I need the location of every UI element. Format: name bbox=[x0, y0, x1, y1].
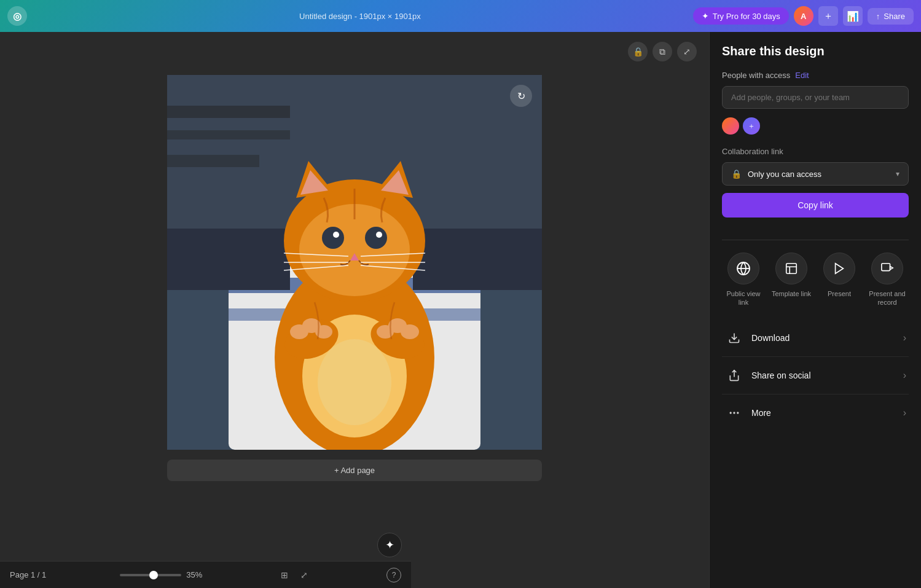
collab-label: Collaboration link bbox=[722, 147, 909, 156]
svg-marker-41 bbox=[836, 264, 844, 274]
more-row[interactable]: More › bbox=[722, 394, 909, 431]
design-canvas: ↻ bbox=[167, 75, 542, 450]
svg-point-38 bbox=[318, 339, 391, 425]
duplicate-canvas-button[interactable]: ⧉ bbox=[653, 42, 672, 61]
present-icon bbox=[823, 253, 855, 284]
share-panel-title: Share this design bbox=[722, 44, 909, 58]
lock-icon: 🔒 bbox=[731, 169, 742, 179]
cat-image bbox=[167, 75, 542, 450]
view-buttons: ⊞ ⤢ bbox=[276, 566, 313, 584]
collab-section: Collaboration link 🔒 Only you can access… bbox=[722, 147, 909, 230]
svg-point-45 bbox=[730, 412, 732, 414]
present-record-option[interactable]: Present and record bbox=[866, 253, 909, 307]
share-icon: ↑ bbox=[876, 12, 880, 21]
template-link-option[interactable]: Template link bbox=[770, 253, 813, 307]
copy-link-label: Copy link bbox=[798, 200, 833, 210]
more-row-left: More bbox=[724, 403, 771, 423]
add-people-button[interactable]: ＋ bbox=[743, 117, 760, 135]
download-chevron-icon: › bbox=[903, 332, 906, 343]
svg-rect-9 bbox=[167, 130, 290, 139]
access-dropdown[interactable]: 🔒 Only you can access ▾ bbox=[722, 162, 909, 186]
zoom-percentage: 35% bbox=[186, 570, 202, 579]
topbar: ◎ Untitled design - 1901px × 1901px ✦ Tr… bbox=[0, 0, 921, 32]
more-icon bbox=[724, 403, 744, 423]
download-row[interactable]: Download › bbox=[722, 319, 909, 356]
svg-point-37 bbox=[401, 324, 419, 339]
present-record-label: Present and record bbox=[866, 289, 909, 307]
public-view-link-icon bbox=[727, 253, 759, 284]
avatar-row: ＋ bbox=[722, 117, 909, 135]
copy-link-button[interactable]: Copy link bbox=[722, 193, 909, 218]
canvas-area: 🔒 ⧉ ⤢ bbox=[0, 32, 709, 588]
star-icon: ✦ bbox=[702, 11, 709, 21]
svg-point-46 bbox=[733, 412, 735, 414]
download-label: Download bbox=[751, 333, 790, 343]
topbar-right-actions: ✦ Try Pro for 30 days A ＋ 📊 ↑ Share bbox=[693, 6, 914, 26]
lock-canvas-button[interactable]: 🔒 bbox=[628, 42, 648, 61]
share-label: Share bbox=[884, 12, 905, 21]
fullscreen-button[interactable]: ⤢ bbox=[296, 566, 313, 584]
public-view-link-label: Public view link bbox=[722, 289, 765, 307]
share-social-chevron-icon: › bbox=[903, 370, 906, 381]
svg-point-47 bbox=[737, 412, 739, 414]
share-options-grid: Public view link Template link bbox=[722, 253, 909, 307]
divider bbox=[722, 240, 909, 240]
action-rows: Download › Share on social bbox=[722, 319, 909, 431]
svg-rect-10 bbox=[167, 155, 259, 167]
expand-canvas-button[interactable]: ⤢ bbox=[677, 42, 697, 61]
avatar[interactable]: A bbox=[794, 6, 813, 26]
present-record-icon bbox=[871, 253, 903, 284]
people-section-label: People with access bbox=[722, 71, 790, 80]
try-pro-label: Try Pro for 30 days bbox=[713, 12, 780, 21]
canvas-toolbar: 🔒 ⧉ ⤢ bbox=[628, 42, 697, 61]
try-pro-button[interactable]: ✦ Try Pro for 30 days bbox=[693, 7, 789, 25]
bottom-bar: Page 1 / 1 35% ⊞ ⤢ ? bbox=[0, 561, 411, 588]
refresh-canvas-button[interactable]: ↻ bbox=[510, 85, 532, 107]
help-button[interactable]: ? bbox=[386, 568, 401, 582]
add-people-input[interactable] bbox=[722, 86, 909, 109]
download-icon bbox=[724, 328, 744, 348]
stats-button[interactable]: 📊 bbox=[843, 6, 863, 26]
share-button[interactable]: ↑ Share bbox=[868, 8, 914, 25]
main-area: 🔒 ⧉ ⤢ bbox=[0, 32, 921, 588]
edit-link[interactable]: Edit bbox=[795, 71, 809, 80]
more-label: More bbox=[751, 408, 771, 418]
svg-point-19 bbox=[322, 227, 344, 249]
zoom-slider[interactable] bbox=[120, 574, 181, 576]
share-social-row[interactable]: Share on social › bbox=[722, 356, 909, 394]
share-social-icon bbox=[724, 366, 744, 385]
share-social-label: Share on social bbox=[751, 370, 811, 380]
svg-point-20 bbox=[365, 227, 387, 249]
public-view-link-option[interactable]: Public view link bbox=[722, 253, 765, 307]
document-title: Untitled design - 1901px × 1901px bbox=[299, 12, 421, 21]
download-row-left: Download bbox=[724, 328, 790, 348]
chevron-down-icon: ▾ bbox=[896, 170, 899, 178]
zoom-controls: 35% bbox=[120, 570, 202, 579]
svg-point-21 bbox=[333, 232, 339, 238]
share-social-row-left: Share on social bbox=[724, 366, 811, 385]
present-label: Present bbox=[828, 289, 851, 298]
template-link-icon bbox=[775, 253, 807, 284]
present-option[interactable]: Present bbox=[818, 253, 861, 307]
app-logo[interactable]: ◎ bbox=[7, 6, 27, 26]
access-dropdown-left: 🔒 Only you can access bbox=[731, 169, 821, 179]
svg-rect-8 bbox=[167, 106, 290, 118]
user-avatar bbox=[722, 117, 739, 135]
magic-button[interactable]: ✦ bbox=[377, 533, 402, 557]
svg-rect-42 bbox=[882, 264, 890, 271]
add-page-button[interactable]: + Add page bbox=[167, 460, 542, 481]
page-indicator: Page 1 / 1 bbox=[10, 570, 46, 579]
svg-rect-40 bbox=[786, 264, 797, 274]
template-link-label: Template link bbox=[772, 289, 811, 298]
logo-icon: ◎ bbox=[13, 10, 22, 22]
add-page-label: + Add page bbox=[334, 466, 375, 475]
svg-point-22 bbox=[376, 232, 382, 238]
people-section: People with access Edit bbox=[722, 71, 909, 80]
add-button[interactable]: ＋ bbox=[818, 6, 838, 26]
zoom-thumb bbox=[149, 571, 158, 579]
access-label: Only you can access bbox=[748, 170, 821, 179]
share-panel: Share this design People with access Edi… bbox=[709, 32, 921, 588]
more-chevron-icon: › bbox=[903, 407, 906, 418]
grid-view-button[interactable]: ⊞ bbox=[276, 566, 293, 584]
